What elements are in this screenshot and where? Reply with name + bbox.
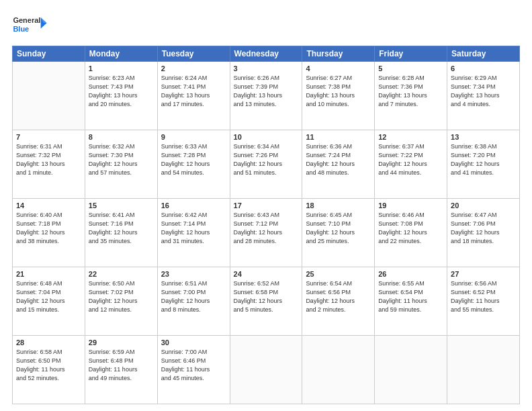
day-info: Sunrise: 6:50 AM Sunset: 7:02 PM Dayligh… <box>89 279 154 314</box>
calendar-week-1: 1Sunrise: 6:23 AM Sunset: 7:43 PM Daylig… <box>13 62 520 130</box>
day-info: Sunrise: 6:43 AM Sunset: 7:12 PM Dayligh… <box>234 211 299 246</box>
day-info: Sunrise: 6:48 AM Sunset: 7:04 PM Dayligh… <box>16 279 81 314</box>
day-info: Sunrise: 6:52 AM Sunset: 6:58 PM Dayligh… <box>234 279 299 314</box>
calendar-cell: 5Sunrise: 6:28 AM Sunset: 7:36 PM Daylig… <box>375 62 447 130</box>
calendar-cell: 24Sunrise: 6:52 AM Sunset: 6:58 PM Dayli… <box>230 267 302 336</box>
day-number: 11 <box>306 133 371 141</box>
day-info: Sunrise: 7:00 AM Sunset: 6:46 PM Dayligh… <box>161 348 226 383</box>
calendar-cell <box>230 336 302 404</box>
weekday-header-monday: Monday <box>85 46 157 62</box>
logo: General Blue <box>12 12 49 39</box>
calendar-cell: 19Sunrise: 6:46 AM Sunset: 7:08 PM Dayli… <box>375 199 447 267</box>
svg-text:General: General <box>13 16 40 24</box>
day-number: 20 <box>451 201 516 210</box>
day-info: Sunrise: 6:55 AM Sunset: 6:54 PM Dayligh… <box>378 279 443 314</box>
weekday-header-thursday: Thursday <box>302 46 375 62</box>
calendar-cell: 4Sunrise: 6:27 AM Sunset: 7:38 PM Daylig… <box>302 62 375 130</box>
calendar-cell <box>375 336 447 404</box>
day-info: Sunrise: 6:31 AM Sunset: 7:32 PM Dayligh… <box>16 142 81 177</box>
day-number: 5 <box>378 64 443 73</box>
calendar-cell: 15Sunrise: 6:41 AM Sunset: 7:16 PM Dayli… <box>85 199 157 267</box>
day-number: 18 <box>306 201 371 210</box>
day-number: 28 <box>16 338 81 347</box>
day-info: Sunrise: 6:54 AM Sunset: 6:56 PM Dayligh… <box>306 279 371 314</box>
day-number: 2 <box>161 64 226 73</box>
calendar-week-4: 21Sunrise: 6:48 AM Sunset: 7:04 PM Dayli… <box>13 267 520 336</box>
weekday-header-tuesday: Tuesday <box>157 46 230 62</box>
weekday-header-wednesday: Wednesday <box>230 46 302 62</box>
day-info: Sunrise: 6:51 AM Sunset: 7:00 PM Dayligh… <box>161 279 226 314</box>
day-info: Sunrise: 6:56 AM Sunset: 6:52 PM Dayligh… <box>451 279 516 314</box>
day-number: 15 <box>89 201 154 210</box>
day-info: Sunrise: 6:37 AM Sunset: 7:22 PM Dayligh… <box>378 142 443 177</box>
calendar-cell: 21Sunrise: 6:48 AM Sunset: 7:04 PM Dayli… <box>13 267 85 336</box>
calendar-cell: 14Sunrise: 6:40 AM Sunset: 7:18 PM Dayli… <box>13 199 85 267</box>
day-number: 12 <box>378 133 443 141</box>
weekday-header-sunday: Sunday <box>13 46 85 62</box>
weekday-header-friday: Friday <box>375 46 447 62</box>
day-info: Sunrise: 6:23 AM Sunset: 7:43 PM Dayligh… <box>89 74 154 109</box>
day-info: Sunrise: 6:24 AM Sunset: 7:41 PM Dayligh… <box>161 74 226 109</box>
calendar-cell: 13Sunrise: 6:38 AM Sunset: 7:20 PM Dayli… <box>447 130 520 199</box>
day-number: 24 <box>234 270 299 278</box>
day-info: Sunrise: 6:45 AM Sunset: 7:10 PM Dayligh… <box>306 211 371 246</box>
day-number: 9 <box>161 133 226 141</box>
day-number: 23 <box>161 270 226 278</box>
calendar-cell: 2Sunrise: 6:24 AM Sunset: 7:41 PM Daylig… <box>157 62 230 130</box>
day-number: 16 <box>161 201 226 210</box>
calendar-week-3: 14Sunrise: 6:40 AM Sunset: 7:18 PM Dayli… <box>13 199 520 267</box>
day-info: Sunrise: 6:38 AM Sunset: 7:20 PM Dayligh… <box>451 142 516 177</box>
day-info: Sunrise: 6:58 AM Sunset: 6:50 PM Dayligh… <box>16 348 81 383</box>
day-info: Sunrise: 6:32 AM Sunset: 7:30 PM Dayligh… <box>89 142 154 177</box>
calendar-cell: 9Sunrise: 6:33 AM Sunset: 7:28 PM Daylig… <box>157 130 230 199</box>
day-info: Sunrise: 6:46 AM Sunset: 7:08 PM Dayligh… <box>378 211 443 246</box>
day-number: 6 <box>451 64 516 73</box>
day-info: Sunrise: 6:29 AM Sunset: 7:34 PM Dayligh… <box>451 74 516 109</box>
day-number: 25 <box>306 270 371 278</box>
calendar-cell: 29Sunrise: 6:59 AM Sunset: 6:48 PM Dayli… <box>85 336 157 404</box>
calendar-cell <box>13 62 85 130</box>
calendar-cell: 28Sunrise: 6:58 AM Sunset: 6:50 PM Dayli… <box>13 336 85 404</box>
day-number: 7 <box>16 133 81 141</box>
day-info: Sunrise: 6:42 AM Sunset: 7:14 PM Dayligh… <box>161 211 226 246</box>
calendar-week-2: 7Sunrise: 6:31 AM Sunset: 7:32 PM Daylig… <box>13 130 520 199</box>
day-number: 17 <box>234 201 299 210</box>
day-info: Sunrise: 6:28 AM Sunset: 7:36 PM Dayligh… <box>378 74 443 109</box>
calendar-cell: 7Sunrise: 6:31 AM Sunset: 7:32 PM Daylig… <box>13 130 85 199</box>
calendar-cell: 11Sunrise: 6:36 AM Sunset: 7:24 PM Dayli… <box>302 130 375 199</box>
day-number: 10 <box>234 133 299 141</box>
day-number: 8 <box>89 133 154 141</box>
weekday-header-saturday: Saturday <box>447 46 520 62</box>
calendar-table: SundayMondayTuesdayWednesdayThursdayFrid… <box>12 46 520 404</box>
calendar-cell <box>302 336 375 404</box>
day-info: Sunrise: 6:40 AM Sunset: 7:18 PM Dayligh… <box>16 211 81 246</box>
day-info: Sunrise: 6:59 AM Sunset: 6:48 PM Dayligh… <box>89 348 154 383</box>
calendar-cell: 16Sunrise: 6:42 AM Sunset: 7:14 PM Dayli… <box>157 199 230 267</box>
day-number: 30 <box>161 338 226 347</box>
calendar-cell <box>447 336 520 404</box>
calendar-cell: 8Sunrise: 6:32 AM Sunset: 7:30 PM Daylig… <box>85 130 157 199</box>
day-number: 1 <box>89 64 154 73</box>
calendar-cell: 27Sunrise: 6:56 AM Sunset: 6:52 PM Dayli… <box>447 267 520 336</box>
day-info: Sunrise: 6:36 AM Sunset: 7:24 PM Dayligh… <box>306 142 371 177</box>
day-info: Sunrise: 6:47 AM Sunset: 7:06 PM Dayligh… <box>451 211 516 246</box>
calendar-cell: 23Sunrise: 6:51 AM Sunset: 7:00 PM Dayli… <box>157 267 230 336</box>
calendar-cell: 6Sunrise: 6:29 AM Sunset: 7:34 PM Daylig… <box>447 62 520 130</box>
calendar-cell: 3Sunrise: 6:26 AM Sunset: 7:39 PM Daylig… <box>230 62 302 130</box>
logo-icon: General Blue <box>12 12 49 39</box>
calendar-cell: 30Sunrise: 7:00 AM Sunset: 6:46 PM Dayli… <box>157 336 230 404</box>
calendar-cell: 17Sunrise: 6:43 AM Sunset: 7:12 PM Dayli… <box>230 199 302 267</box>
day-number: 26 <box>378 270 443 278</box>
svg-text:Blue: Blue <box>13 25 29 33</box>
day-number: 21 <box>16 270 81 278</box>
calendar-cell: 26Sunrise: 6:55 AM Sunset: 6:54 PM Dayli… <box>375 267 447 336</box>
day-info: Sunrise: 6:27 AM Sunset: 7:38 PM Dayligh… <box>306 74 371 109</box>
day-number: 4 <box>306 64 371 73</box>
calendar-cell: 25Sunrise: 6:54 AM Sunset: 6:56 PM Dayli… <box>302 267 375 336</box>
day-number: 3 <box>234 64 299 73</box>
day-number: 22 <box>89 270 154 278</box>
day-number: 29 <box>89 338 154 347</box>
calendar-cell: 1Sunrise: 6:23 AM Sunset: 7:43 PM Daylig… <box>85 62 157 130</box>
calendar-cell: 20Sunrise: 6:47 AM Sunset: 7:06 PM Dayli… <box>447 199 520 267</box>
calendar-cell: 10Sunrise: 6:34 AM Sunset: 7:26 PM Dayli… <box>230 130 302 199</box>
